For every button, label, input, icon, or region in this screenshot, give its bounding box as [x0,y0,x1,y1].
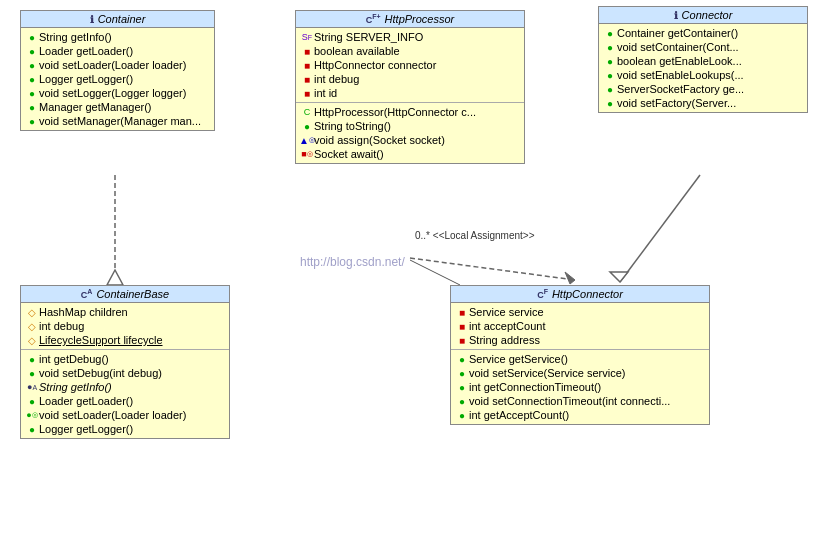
marker-icon: ● [300,121,314,132]
list-item: ■ String address [455,333,705,347]
list-item: ●A String getInfo() [25,380,225,394]
method-label: int getDebug() [39,353,109,365]
containerbase-title: ContainerBase [96,288,169,300]
list-item: ■ int id [300,86,520,100]
httpconnector-icon: CF [537,288,548,300]
list-item: ■ boolean available [300,44,520,58]
field-label: boolean available [314,45,400,57]
list-item: ▲◎ void assign(Socket socket) [300,133,520,147]
field-label: int debug [39,320,84,332]
list-item: ■ int acceptCount [455,319,705,333]
httpconnector-fields: ■ Service service ■ int acceptCount ■ St… [451,303,709,350]
container-title: Container [98,13,146,25]
list-item: ● Loader getLoader() [25,394,225,408]
list-item: ● Container getContainer() [603,26,803,40]
list-item: ● Logger getLogger() [25,422,225,436]
list-item: ● ServerSocketFactory ge... [603,82,803,96]
list-item: ■ HttpConnector connector [300,58,520,72]
marker-icon: ●A [25,382,39,392]
marker-icon: ■ [455,321,469,332]
marker-icon: ● [25,102,39,113]
watermark: http://blog.csdn.net/ [300,255,405,269]
list-item: ● int getAcceptCount() [455,408,705,422]
list-item: ● void setService(Service service) [455,366,705,380]
method-label: Logger getLogger() [39,73,133,85]
list-item: ● void setConnectionTimeout(int connecti… [455,394,705,408]
marker-icon: ● [25,32,39,43]
field-label: Service service [469,306,544,318]
method-label: int getConnectionTimeout() [469,381,601,393]
method-label: ServerSocketFactory ge... [617,83,744,95]
list-item: ● Logger getLogger() [25,72,210,86]
method-label: Loader getLoader() [39,45,133,57]
httpprocessor-class: CF+ HttpProcessor SF String SERVER_INFO … [295,10,525,164]
method-label: void setEnableLookups(... [617,69,744,81]
list-item: ■ Service service [455,305,705,319]
marker-icon: SF [300,32,314,42]
marker-icon: ▲◎ [300,135,314,146]
marker-icon: ◇ [25,321,39,332]
list-item: ■ int debug [300,72,520,86]
svg-line-4 [620,175,700,282]
marker-icon: ●◎ [25,410,39,420]
field-label: int acceptCount [469,320,545,332]
marker-icon: ● [25,424,39,435]
method-label: void setContainer(Cont... [617,41,739,53]
list-item: SF String SERVER_INFO [300,30,520,44]
method-label: HttpProcessor(HttpConnector c... [314,106,476,118]
field-label: String address [469,334,540,346]
marker-icon: ■ [300,88,314,99]
container-header: ℹ Container [21,11,214,28]
field-label: LifecycleSupport lifecycle [39,334,163,346]
list-item: ■◎ Socket await() [300,147,520,161]
httpconnector-methods: ● Service getService() ● void setService… [451,350,709,424]
list-item: ● Loader getLoader() [25,44,210,58]
list-item: ● void setLogger(Logger logger) [25,86,210,100]
marker-icon: ● [25,88,39,99]
httpprocessor-methods: C HttpProcessor(HttpConnector c... ● Str… [296,103,524,163]
marker-icon: C [300,107,314,117]
method-label: Socket await() [314,148,384,160]
container-class: ℹ Container ● String getInfo() ● Loader … [20,10,215,131]
list-item: ● void setEnableLookups(... [603,68,803,82]
marker-icon: ● [25,74,39,85]
marker-icon: ● [455,410,469,421]
connector-class: ℹ Connector ● Container getContainer() ●… [598,6,808,113]
marker-icon: ● [603,28,617,39]
list-item: ● void setLoader(Loader loader) [25,58,210,72]
marker-icon: ■ [300,60,314,71]
marker-icon: ■ [300,74,314,85]
connector-icon: ℹ [674,10,678,21]
marker-icon: ● [25,46,39,57]
list-item: ●◎ void setLoader(Loader loader) [25,408,225,422]
marker-icon: ■ [455,335,469,346]
method-label: Service getService() [469,353,568,365]
method-label: boolean getEnableLook... [617,55,742,67]
marker-icon: ● [603,84,617,95]
list-item: ● Service getService() [455,352,705,366]
marker-icon: ● [603,42,617,53]
list-item: ● void setContainer(Cont... [603,40,803,54]
list-item: ◇ LifecycleSupport lifecycle [25,333,225,347]
marker-icon: ◇ [25,335,39,346]
list-item: ● String getInfo() [25,30,210,44]
marker-icon: ■ [455,307,469,318]
list-item: ● void setDebug(int debug) [25,366,225,380]
httpprocessor-header: CF+ HttpProcessor [296,11,524,28]
marker-icon: ● [455,382,469,393]
svg-line-2 [410,258,575,280]
httpconnector-class: CF HttpConnector ■ Service service ■ int… [450,285,710,425]
connector-header: ℹ Connector [599,7,807,24]
httpprocessor-title: HttpProcessor [385,13,455,25]
list-item: ● int getConnectionTimeout() [455,380,705,394]
method-label: String getInfo() [39,31,112,43]
httpconnector-header: CF HttpConnector [451,286,709,303]
httpprocessor-icon: CF+ [366,13,381,25]
containerbase-class: CA ContainerBase ◇ HashMap children ◇ in… [20,285,230,439]
field-label: HashMap children [39,306,128,318]
method-label: void setLoader(Loader loader) [39,409,186,421]
method-label: Logger getLogger() [39,423,133,435]
connector-title: Connector [682,9,733,21]
marker-icon: ● [455,396,469,407]
field-label: int debug [314,73,359,85]
